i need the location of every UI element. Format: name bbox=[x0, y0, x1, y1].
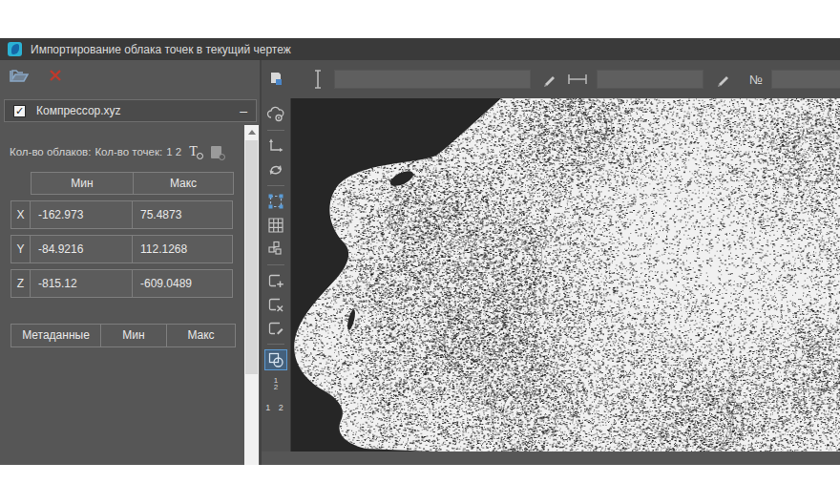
points-count-value: 1 2 bbox=[166, 146, 181, 158]
rotate-view-button[interactable] bbox=[264, 159, 287, 180]
structure-fitting-button[interactable] bbox=[264, 239, 287, 260]
pencil-icon bbox=[541, 71, 558, 88]
toolbar-separator bbox=[267, 130, 284, 131]
edit-region-icon bbox=[267, 320, 284, 337]
bounds-table-header: Мин Макс bbox=[31, 172, 260, 195]
open-file-button[interactable] bbox=[9, 66, 30, 85]
metadata-min-header[interactable]: Мин bbox=[100, 324, 167, 347]
page-overlay-icon[interactable] bbox=[211, 146, 221, 158]
title-bar: Импортирование облака точек в текущий че… bbox=[0, 38, 840, 60]
y-max-value: 112.1268 bbox=[132, 235, 233, 263]
app-logo-icon bbox=[8, 42, 22, 56]
metadata-table-header: Метаданные Мин Макс bbox=[10, 324, 260, 347]
text-value-input[interactable] bbox=[334, 70, 531, 89]
metadata-column-header[interactable]: Метаданные bbox=[10, 324, 101, 347]
text-overlay-icon[interactable]: T bbox=[189, 144, 198, 159]
width-beam-icon bbox=[566, 72, 589, 87]
point-cloud-panel: ✓ Компрессор.xyz – Кол-во облаков: Кол-в… bbox=[0, 60, 260, 465]
grid-button[interactable] bbox=[264, 215, 287, 236]
clip-shapes-icon bbox=[267, 351, 284, 368]
point-cloud-settings-icon bbox=[266, 106, 285, 123]
delete-region-button[interactable] bbox=[264, 294, 287, 315]
ucs-axes-icon bbox=[267, 137, 284, 155]
drawing-area: № bbox=[260, 60, 840, 465]
cloud-item-header[interactable]: ✓ Компрессор.xyz – bbox=[4, 99, 257, 122]
width-button[interactable] bbox=[566, 72, 589, 87]
edit-text-button[interactable] bbox=[541, 71, 558, 88]
table-row: Y -84.9216 112.1268 bbox=[10, 235, 260, 263]
stacked-two-label: 2 bbox=[274, 383, 278, 391]
z-min-value: -815.12 bbox=[30, 269, 133, 298]
column-header-min: Мин bbox=[31, 172, 134, 195]
toolbar-separator bbox=[267, 264, 284, 265]
z-max-value: -609.0489 bbox=[132, 269, 233, 298]
folder-open-icon bbox=[10, 68, 29, 83]
window-title: Импортирование облака точек в текущий че… bbox=[31, 43, 291, 56]
annotation-toolbar: № bbox=[262, 60, 840, 98]
scrollbar-thumb[interactable] bbox=[245, 140, 258, 374]
column-header-max: Макс bbox=[133, 172, 234, 195]
delete-region-icon bbox=[267, 296, 284, 313]
x-min-value: -162.973 bbox=[30, 200, 133, 229]
paste-button[interactable] bbox=[267, 71, 284, 88]
clip-shapes-button[interactable] bbox=[264, 349, 287, 370]
text-cursor-icon bbox=[311, 69, 325, 90]
clouds-count-label: Кол-во облаков: bbox=[10, 146, 91, 158]
number-value-input[interactable] bbox=[771, 70, 840, 89]
remove-cloud-button[interactable] bbox=[45, 66, 66, 85]
structure-fitting-icon bbox=[267, 241, 284, 258]
pencil-icon bbox=[715, 71, 732, 88]
panel-toolbar bbox=[0, 60, 260, 91]
table-row: X -162.973 75.4873 bbox=[10, 200, 260, 229]
edit-number-button[interactable] bbox=[715, 71, 732, 88]
cloud-visible-checkbox[interactable]: ✓ bbox=[13, 105, 26, 117]
numbering-inline-button[interactable]: 1 2 bbox=[264, 397, 287, 418]
point-cloud-viewport[interactable] bbox=[291, 98, 840, 452]
add-region-icon bbox=[267, 272, 284, 289]
metadata-max-header[interactable]: Макс bbox=[166, 324, 236, 347]
toolbar-separator bbox=[267, 185, 284, 186]
selection-area-button[interactable] bbox=[264, 191, 287, 212]
axis-label-y: Y bbox=[10, 235, 31, 263]
y-min-value: -84.9216 bbox=[30, 235, 133, 263]
cloud-stats-line: Кол-во облаков: Кол-во точек: 1 2 T bbox=[10, 144, 260, 159]
axis-label-z: Z bbox=[10, 269, 31, 298]
x-max-value: 75.4873 bbox=[132, 200, 233, 229]
grid-icon bbox=[267, 217, 284, 234]
cloud-file-name: Компрессор.xyz bbox=[36, 104, 121, 117]
table-row: Z -815.12 -609.0489 bbox=[10, 269, 260, 298]
text-cursor-button[interactable] bbox=[311, 69, 325, 90]
bounds-table: Мин Макс X -162.973 75.4873 Y -84.9216 1… bbox=[10, 172, 260, 298]
import-point-cloud-dialog: Импортирование облака точек в текущий че… bbox=[0, 38, 840, 465]
ucs-axes-button[interactable] bbox=[264, 136, 287, 157]
number-sign-label: № bbox=[749, 73, 763, 87]
collapse-button[interactable]: – bbox=[240, 103, 247, 118]
rotate-view-icon bbox=[267, 161, 284, 178]
viewport-container bbox=[290, 98, 840, 452]
points-count-label: Кол-во точек: bbox=[94, 146, 162, 158]
toolbar-separator bbox=[267, 344, 284, 345]
inline-numbers-label: 1 2 bbox=[265, 403, 286, 412]
scroll-up-button[interactable] bbox=[244, 125, 259, 139]
edit-region-button[interactable] bbox=[264, 318, 287, 339]
paste-icon bbox=[267, 71, 284, 88]
point-cloud-toolbar: 1 2 1 2 bbox=[262, 98, 290, 452]
axis-label-x: X bbox=[10, 200, 31, 229]
width-value-input[interactable] bbox=[597, 70, 704, 89]
selection-area-icon bbox=[267, 193, 284, 210]
numbering-stacked-button[interactable]: 1 2 bbox=[264, 373, 287, 394]
add-region-button[interactable] bbox=[264, 270, 287, 291]
window-bottom-strip bbox=[262, 452, 840, 465]
remove-x-icon bbox=[49, 69, 62, 82]
panel-scrollbar[interactable] bbox=[244, 125, 259, 465]
point-cloud-settings-button[interactable] bbox=[264, 104, 287, 125]
